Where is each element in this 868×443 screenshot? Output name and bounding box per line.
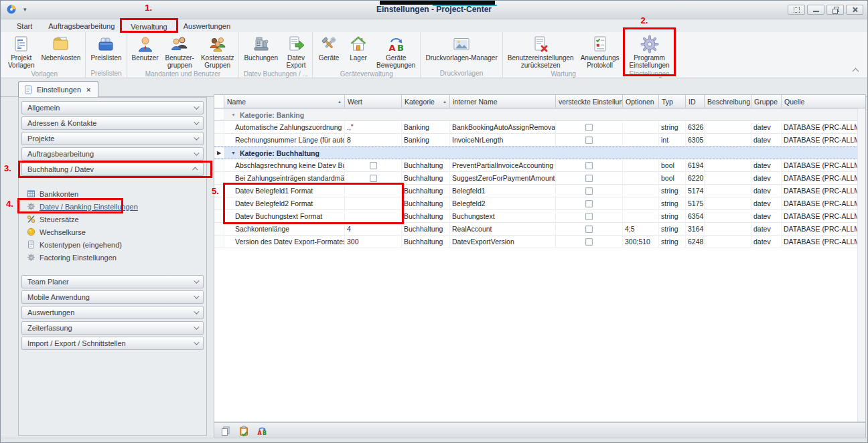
cell-id-text: 6326 (688, 123, 703, 131)
nebenkosten-button[interactable]: Nebenkosten (38, 33, 84, 62)
kostensatz-gruppen-button[interactable]: Kostensatz Gruppen (198, 33, 237, 70)
ab-transfer-icon: AB (257, 426, 267, 436)
group-collapse-icon[interactable]: ▼ (231, 112, 236, 117)
column-header-optionen[interactable]: Optionen (623, 95, 659, 108)
close-button[interactable] (846, 5, 863, 15)
column-header-name[interactable]: Name▲ (224, 95, 345, 108)
sidebar-item-bankkonten[interactable]: Bankkonten (21, 187, 204, 200)
column-header-wert[interactable]: Wert (345, 95, 402, 108)
sidebar-section-team-planer[interactable]: Team Planer (21, 275, 204, 288)
apply-settings-button[interactable] (238, 425, 250, 437)
sidebar-section-zeiterfassung[interactable]: Zeiterfassung (21, 321, 204, 335)
column-header-beschreibung[interactable]: Beschreibung (705, 95, 751, 108)
table-row[interactable]: Automatische Zahlungszuordnung - z....,"… (214, 121, 865, 134)
column-header-id[interactable]: ID (686, 95, 705, 108)
tab-auswertungen[interactable]: Auswertungen (175, 21, 238, 31)
sidebar-section-projekte[interactable]: Projekte (21, 132, 204, 145)
benutzereinstellungen-zuruecksetzen-button[interactable]: Benutzereinstellungen zurücksetzen (504, 33, 577, 70)
table-row[interactable]: Bei Zahlungseinträgen standardmäßig...Bu… (214, 172, 865, 185)
sidebar-section-mobile-anwendung[interactable]: Mobile Anwendung (21, 290, 204, 304)
sidebar-section-import-export-schnittstellen[interactable]: Import / Export / Schnittstellen (21, 337, 204, 350)
checkbox[interactable] (585, 200, 593, 207)
cell-wert[interactable]: 300 (345, 236, 402, 248)
checkbox[interactable] (585, 238, 593, 246)
cell-wert[interactable] (345, 185, 402, 197)
checkbox[interactable] (585, 137, 593, 144)
cell-wert[interactable] (345, 197, 402, 210)
cell-wert[interactable] (345, 210, 402, 223)
screen-mode-button[interactable] (788, 5, 805, 15)
tab-close-icon[interactable]: × (85, 86, 92, 94)
column-header-versteckte-einstellung[interactable]: versteckte Einstellung (556, 95, 623, 108)
column-header-kategorie[interactable]: Kategorie▲ (402, 95, 450, 108)
table-row[interactable]: Rechnungsnummer Länge (für autom...8Bank… (214, 134, 865, 147)
column-header-typ[interactable]: Typ (659, 95, 686, 108)
table-row[interactable]: Datev Belegfeld1 FormatBuchhaltungBelegf… (214, 185, 865, 197)
column-header-quelle[interactable]: Quelle (782, 95, 865, 108)
table-row[interactable]: Version des Datev Export-Formates300Buch… (214, 236, 865, 248)
cell-quelle: DATABASE (PRC-ALLMOD... (782, 197, 865, 210)
checkbox[interactable] (370, 175, 377, 182)
checkbox[interactable] (585, 187, 593, 195)
sidebar-section-allgemein[interactable]: Allgemein (21, 101, 204, 114)
geraete-button[interactable]: Geräte (314, 33, 344, 62)
checkbox[interactable] (370, 162, 377, 169)
group-row[interactable]: ▼Kategorie: Banking (214, 108, 865, 121)
cell-wert[interactable]: .," (345, 121, 402, 134)
geraete-bewegungen-button[interactable]: AB Geräte Bewegungen (373, 33, 419, 70)
cell-wert[interactable]: 8 (345, 134, 402, 147)
copy-icon (220, 426, 231, 436)
anwendungs-protokoll-button[interactable]: Anwendungs Protokoll (577, 33, 623, 70)
programm-einstellungen-button[interactable]: Programm Einstellungen (626, 33, 673, 70)
sidebar-section-auftragsbearbeitung[interactable]: Auftragsbearbeitung (21, 147, 204, 161)
sidebar-item-datev-banking-einstellungen[interactable]: Datev / Banking Einstellungen (21, 200, 204, 213)
lager-button[interactable]: Lager (344, 33, 373, 62)
tab-auftragsbearbeitung[interactable]: Auftragsbearbeitung (40, 21, 123, 31)
user-icon (136, 33, 155, 54)
datev-export-button[interactable]: Datev Export (281, 33, 311, 70)
column-header-interner-name[interactable]: interner Name (450, 95, 556, 108)
sidebar-section-buchhaltung-datev[interactable]: Buchhaltung / Datev (21, 163, 204, 176)
buchungen-button[interactable]: Buchungen (240, 33, 281, 62)
group-collapse-icon[interactable]: ▼ (231, 151, 236, 155)
table-row[interactable]: Datev Belegfeld2 FormatBuchhaltungBelegf… (214, 197, 865, 210)
tab-start[interactable]: Start (9, 21, 40, 31)
group-row[interactable]: ▶▼Kategorie: Buchhaltung (214, 147, 865, 159)
checkbox[interactable] (585, 124, 593, 131)
checkbox[interactable] (585, 162, 593, 169)
table-row[interactable]: Sachkontenlänge4BuchhaltungRealAccount4;… (214, 223, 865, 236)
transfer-button[interactable]: AB (256, 425, 268, 437)
copy-button[interactable] (220, 425, 232, 437)
sidebar-item-wechselkurse[interactable]: Wechselkurse (21, 226, 204, 238)
cell-beschreibung (705, 134, 751, 147)
projekt-vorlagen-button[interactable]: Projekt Vorlagen (5, 33, 38, 70)
sidebar-item-factoring-einstellungen[interactable]: Factoring Einstellungen (21, 251, 204, 264)
checkbox[interactable] (585, 226, 593, 233)
table-row[interactable]: Abschlagsrechnung keine Datev Buch...Buc… (214, 159, 865, 172)
cell-typ-text: string (661, 238, 678, 246)
cell-wert[interactable] (345, 159, 402, 172)
benutzergruppen-button[interactable]: Benutzer- gruppen (162, 33, 198, 70)
document-tab-einstellungen[interactable]: Einstellungen × (18, 81, 98, 97)
cell-typ-text: string (661, 187, 678, 195)
cell-wert[interactable] (345, 172, 402, 185)
sidebar-section-adressen-kontakte[interactable]: Adressen & Kontakte (21, 116, 204, 130)
cell-name: Rechnungsnummer Länge (für autom... (224, 134, 345, 147)
sidebar-item-steuersaetze[interactable]: Steuersätze (21, 213, 204, 226)
druckvorlagen-manager-button[interactable]: Druckvorlagen-Manager (422, 33, 500, 62)
sidebar-section-auswertungen[interactable]: Auswertungen (21, 306, 204, 319)
column-header-gruppe[interactable]: Gruppe (751, 95, 782, 108)
ribbon-collapse-button[interactable] (850, 66, 861, 74)
cell-wert[interactable]: 4 (345, 223, 402, 236)
tab-verwaltung[interactable]: Verwaltung (123, 21, 175, 32)
sidebar-item-kostentypen-eingehend[interactable]: Kostentypen (eingehend) (21, 238, 204, 251)
checkbox[interactable] (585, 175, 593, 182)
preislisten-button[interactable]: Preislisten (87, 33, 125, 62)
group-cell: ▼Kategorie: Buchhaltung (224, 147, 865, 159)
minimize-button[interactable] (807, 5, 824, 15)
checkbox[interactable] (585, 213, 593, 220)
restore-button[interactable] (826, 5, 844, 15)
table-row[interactable]: Datev Buchungstext FormatBuchhaltungBuch… (214, 210, 865, 223)
benutzer-button[interactable]: Benutzer (129, 33, 162, 62)
vertical-scrollbar[interactable] (857, 108, 865, 422)
